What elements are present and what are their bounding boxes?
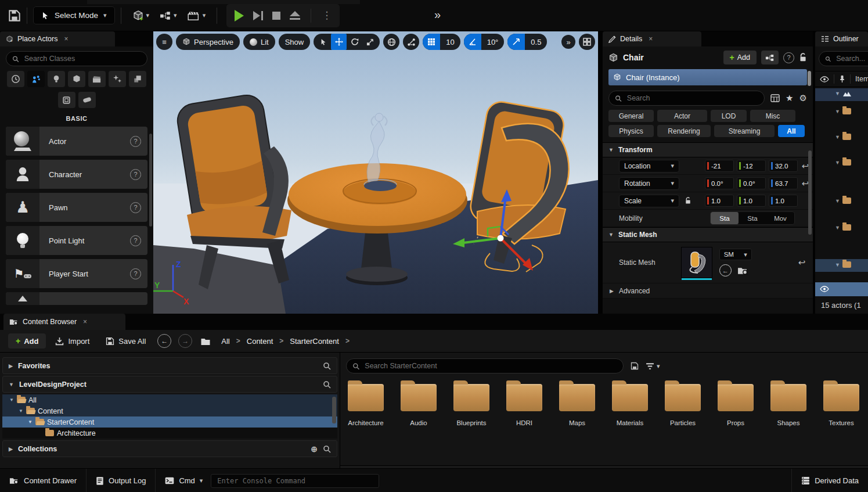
mobility-stationary[interactable]: Sta — [739, 212, 766, 224]
select-mode-dropdown[interactable]: Select Mode ▾ — [33, 6, 115, 24]
scale-dropdown[interactable]: Scale▾ — [619, 195, 679, 207]
scale-z-field[interactable]: 1.0 — [769, 195, 798, 207]
back-button[interactable]: ← — [157, 334, 171, 348]
asset-folder[interactable]: Textures — [823, 384, 860, 426]
static-mesh-thumbnail[interactable] — [681, 247, 712, 278]
actor-item-character[interactable]: Character ? — [6, 160, 147, 189]
stop-button[interactable] — [272, 12, 280, 20]
project-section[interactable]: ▼ LevelDesignProject — [2, 376, 337, 393]
asset-folder[interactable]: Maps — [559, 384, 596, 426]
forward-button[interactable]: → — [178, 334, 192, 348]
console-command-input[interactable] — [216, 476, 374, 486]
breadcrumb-content[interactable]: Content — [247, 337, 273, 346]
select-tool[interactable] — [315, 34, 331, 50]
help-icon[interactable]: ? — [130, 136, 141, 147]
help-icon[interactable]: ? — [130, 268, 141, 279]
filter-streaming[interactable]: Streaming — [714, 125, 775, 137]
asset-folder[interactable]: Particles — [664, 384, 701, 426]
filter-rendering[interactable]: Rendering — [657, 125, 711, 137]
viewport-menu-icon[interactable]: ≡ — [156, 34, 172, 50]
mobility-movable[interactable]: Mov — [766, 212, 794, 224]
save-all-button[interactable]: Save All — [106, 337, 146, 346]
scale-x-field[interactable]: 1.0 — [705, 195, 734, 207]
blueprint-hierarchy-button[interactable] — [761, 51, 779, 64]
outliner-folder-row[interactable]: ▼ — [815, 131, 868, 144]
cmd-dropdown[interactable]: Cmd ▾ — [156, 469, 206, 492]
tree-item-startercontent-selected[interactable]: ▼ StarterContent — [2, 416, 337, 428]
console-command-field[interactable] — [211, 474, 379, 488]
tab-outliner[interactable]: Outliner — [815, 31, 868, 46]
grid-snap-control[interactable]: 10 — [423, 34, 460, 50]
instance-row-selected[interactable]: Chair (Instance) — [608, 69, 807, 85]
bowl[interactable] — [364, 181, 397, 191]
scrollbar[interactable] — [808, 150, 812, 235]
outliner-folder-row[interactable]: ▼ — [815, 106, 868, 118]
lit-dropdown[interactable]: Lit — [243, 34, 275, 50]
outliner-search-input[interactable] — [835, 54, 868, 63]
reset-static-mesh-icon[interactable]: ↩ — [794, 257, 809, 268]
search-icon[interactable] — [323, 362, 331, 370]
close-icon[interactable]: × — [83, 318, 87, 326]
asset-folder[interactable]: Props — [717, 384, 754, 426]
asset-folder[interactable]: Audio — [400, 384, 437, 426]
category-recent[interactable] — [7, 71, 24, 87]
perspective-dropdown[interactable]: Perspective — [176, 34, 240, 50]
scrollbar[interactable] — [149, 134, 152, 227]
output-log-button[interactable]: Output Log — [87, 469, 155, 492]
browse-to-asset-icon[interactable] — [737, 266, 748, 275]
filter-button[interactable]: ▾ — [646, 362, 660, 370]
location-z-field[interactable]: 32.0 — [769, 160, 798, 172]
filter-actor[interactable]: Actor — [657, 110, 707, 122]
asset-folder[interactable]: Shapes — [770, 384, 807, 426]
add-button[interactable]: + Add — [8, 333, 46, 349]
eye-icon[interactable] — [820, 76, 829, 82]
help-icon[interactable]: ? — [783, 52, 794, 63]
search-classes-input[interactable] — [23, 54, 141, 63]
scale-lock-icon[interactable] — [685, 197, 691, 204]
viewport-toolbar-expand-icon[interactable]: » — [561, 35, 575, 49]
category-lights[interactable] — [48, 71, 65, 87]
search-icon[interactable] — [323, 380, 331, 389]
step-button[interactable] — [253, 11, 263, 20]
scale-snap-control[interactable]: 0.5 — [507, 34, 547, 50]
tree-item-architecture[interactable]: Architecture — [2, 428, 337, 439]
close-icon[interactable]: × — [649, 35, 653, 43]
tree-item-all[interactable]: ▼ All — [2, 394, 337, 405]
settings-gear-icon[interactable]: ⚙ — [799, 93, 807, 103]
filter-general[interactable]: General — [608, 110, 654, 122]
play-button[interactable] — [235, 10, 244, 21]
help-icon[interactable]: ? — [130, 202, 141, 213]
rotation-snap-control[interactable]: 10° — [464, 34, 505, 50]
outliner-visibility-row[interactable] — [815, 282, 868, 296]
static-mesh-type-dropdown[interactable]: SM▾ — [719, 249, 752, 260]
favorites-section[interactable]: ▶ Favorites — [2, 357, 337, 374]
filter-lod[interactable]: LOD — [711, 110, 747, 122]
location-y-field[interactable]: -12 — [737, 160, 766, 172]
cinematics-button[interactable]: ▾ — [188, 10, 206, 21]
category-panels[interactable] — [58, 92, 75, 108]
breadcrumb-folder-icon[interactable] — [200, 337, 211, 346]
advanced-section-header[interactable]: ▶ Advanced — [603, 283, 813, 299]
toolbar-expand-icon[interactable]: » — [434, 8, 441, 21]
location-dropdown[interactable]: Location▾ — [619, 160, 679, 173]
import-button[interactable]: Import — [55, 337, 89, 346]
actor-item-partial[interactable] — [6, 292, 147, 305]
maximize-viewport-icon[interactable] — [579, 34, 595, 50]
actor-item-actor[interactable]: Actor ? — [6, 127, 147, 156]
asset-folder[interactable]: Architecture — [347, 384, 384, 426]
rotate-tool[interactable] — [347, 34, 362, 50]
actor-item-point-light[interactable]: Point Light ? — [6, 226, 147, 255]
outliner-folder-row[interactable]: ▼ — [815, 222, 868, 235]
rotation-y-field[interactable]: 0.0° — [737, 177, 766, 189]
add-actor-button[interactable]: + ▾ — [132, 10, 150, 21]
outliner-world-row[interactable]: ▼ — [815, 88, 868, 101]
outliner-search[interactable] — [819, 51, 868, 66]
favorites-star-icon[interactable]: ★ — [786, 93, 793, 103]
asset-folder[interactable]: Materials — [611, 384, 649, 426]
scale-tool[interactable] — [362, 34, 378, 50]
filter-misc[interactable]: Misc — [750, 110, 795, 122]
category-geometry[interactable] — [129, 71, 146, 87]
static-mesh-section-header[interactable]: ▼ Static Mesh — [603, 227, 813, 242]
collections-section[interactable]: ▶ Collections ⊕ — [2, 440, 337, 457]
breadcrumb-all[interactable]: All — [221, 337, 229, 346]
